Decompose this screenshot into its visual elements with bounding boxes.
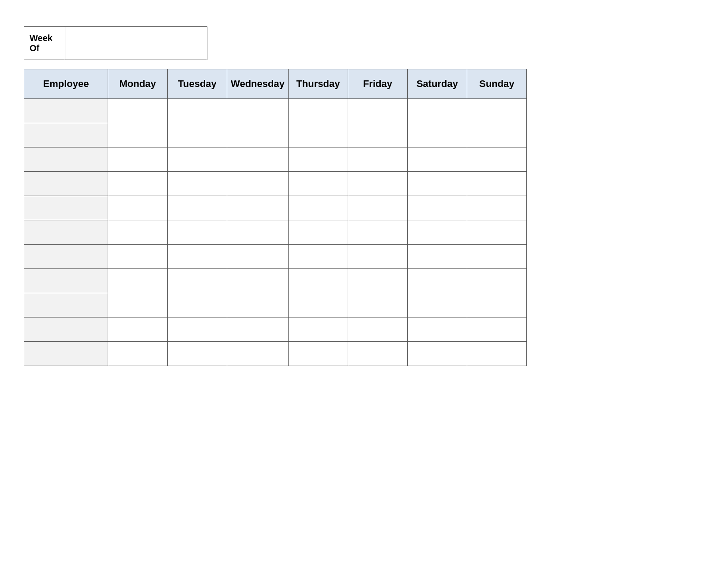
day-cell[interactable]	[227, 172, 289, 196]
day-cell[interactable]	[467, 99, 526, 123]
day-cell[interactable]	[467, 220, 526, 245]
employee-cell[interactable]	[24, 269, 108, 293]
day-cell[interactable]	[108, 196, 168, 220]
day-cell[interactable]	[288, 99, 348, 123]
day-cell[interactable]	[108, 123, 168, 147]
day-cell[interactable]	[108, 172, 168, 196]
day-cell[interactable]	[348, 317, 407, 342]
day-cell[interactable]	[288, 293, 348, 317]
day-cell[interactable]	[407, 245, 467, 269]
day-cell[interactable]	[407, 196, 467, 220]
day-cell[interactable]	[288, 123, 348, 147]
day-cell[interactable]	[227, 147, 289, 172]
day-cell[interactable]	[467, 245, 526, 269]
day-cell[interactable]	[227, 342, 289, 366]
day-cell[interactable]	[168, 269, 227, 293]
table-row	[24, 342, 527, 366]
day-cell[interactable]	[348, 245, 407, 269]
day-cell[interactable]	[348, 123, 407, 147]
day-cell[interactable]	[108, 220, 168, 245]
day-cell[interactable]	[467, 196, 526, 220]
employee-cell[interactable]	[24, 123, 108, 147]
day-cell[interactable]	[227, 196, 289, 220]
day-cell[interactable]	[407, 123, 467, 147]
day-cell[interactable]	[168, 99, 227, 123]
day-cell[interactable]	[467, 293, 526, 317]
day-cell[interactable]	[407, 99, 467, 123]
day-cell[interactable]	[467, 123, 526, 147]
day-cell[interactable]	[288, 147, 348, 172]
day-cell[interactable]	[288, 196, 348, 220]
day-cell[interactable]	[407, 269, 467, 293]
day-cell[interactable]	[467, 342, 526, 366]
day-cell[interactable]	[168, 293, 227, 317]
day-cell[interactable]	[348, 269, 407, 293]
day-cell[interactable]	[168, 245, 227, 269]
table-row	[24, 220, 527, 245]
day-cell[interactable]	[288, 172, 348, 196]
day-cell[interactable]	[288, 220, 348, 245]
day-cell[interactable]	[467, 317, 526, 342]
employee-cell[interactable]	[24, 172, 108, 196]
day-cell[interactable]	[407, 293, 467, 317]
employee-cell[interactable]	[24, 317, 108, 342]
day-cell[interactable]	[108, 147, 168, 172]
day-cell[interactable]	[407, 317, 467, 342]
day-cell[interactable]	[227, 293, 289, 317]
day-cell[interactable]	[227, 317, 289, 342]
day-cell[interactable]	[348, 196, 407, 220]
day-cell[interactable]	[407, 220, 467, 245]
employee-cell[interactable]	[24, 293, 108, 317]
day-cell[interactable]	[288, 317, 348, 342]
day-cell[interactable]	[348, 220, 407, 245]
col-employee: Employee	[24, 69, 108, 99]
day-cell[interactable]	[407, 342, 467, 366]
day-cell[interactable]	[407, 147, 467, 172]
col-tuesday: Tuesday	[168, 69, 227, 99]
schedule-table: Employee Monday Tuesday Wednesday Thursd…	[24, 69, 527, 366]
day-cell[interactable]	[227, 269, 289, 293]
day-cell[interactable]	[168, 342, 227, 366]
day-cell[interactable]	[108, 99, 168, 123]
day-cell[interactable]	[168, 172, 227, 196]
day-cell[interactable]	[108, 293, 168, 317]
day-cell[interactable]	[108, 342, 168, 366]
table-row	[24, 293, 527, 317]
employee-cell[interactable]	[24, 196, 108, 220]
employee-cell[interactable]	[24, 342, 108, 366]
col-sunday: Sunday	[467, 69, 526, 99]
col-wednesday: Wednesday	[227, 69, 289, 99]
day-cell[interactable]	[108, 317, 168, 342]
week-of-input[interactable]	[65, 26, 207, 60]
day-cell[interactable]	[168, 123, 227, 147]
day-cell[interactable]	[227, 245, 289, 269]
day-cell[interactable]	[108, 245, 168, 269]
day-cell[interactable]	[227, 99, 289, 123]
day-cell[interactable]	[348, 293, 407, 317]
day-cell[interactable]	[348, 172, 407, 196]
day-cell[interactable]	[348, 99, 407, 123]
day-cell[interactable]	[467, 172, 526, 196]
day-cell[interactable]	[168, 220, 227, 245]
day-cell[interactable]	[168, 147, 227, 172]
day-cell[interactable]	[288, 245, 348, 269]
day-cell[interactable]	[288, 269, 348, 293]
day-cell[interactable]	[168, 196, 227, 220]
day-cell[interactable]	[227, 123, 289, 147]
day-cell[interactable]	[467, 147, 526, 172]
day-cell[interactable]	[348, 342, 407, 366]
day-cell[interactable]	[348, 147, 407, 172]
day-cell[interactable]	[108, 269, 168, 293]
employee-cell[interactable]	[24, 99, 108, 123]
employee-cell[interactable]	[24, 147, 108, 172]
day-cell[interactable]	[227, 220, 289, 245]
table-row	[24, 317, 527, 342]
day-cell[interactable]	[168, 317, 227, 342]
day-cell[interactable]	[288, 342, 348, 366]
employee-cell[interactable]	[24, 245, 108, 269]
employee-cell[interactable]	[24, 220, 108, 245]
table-row	[24, 99, 527, 123]
day-cell[interactable]	[407, 172, 467, 196]
week-of-container: Week Of	[24, 26, 706, 60]
day-cell[interactable]	[467, 269, 526, 293]
